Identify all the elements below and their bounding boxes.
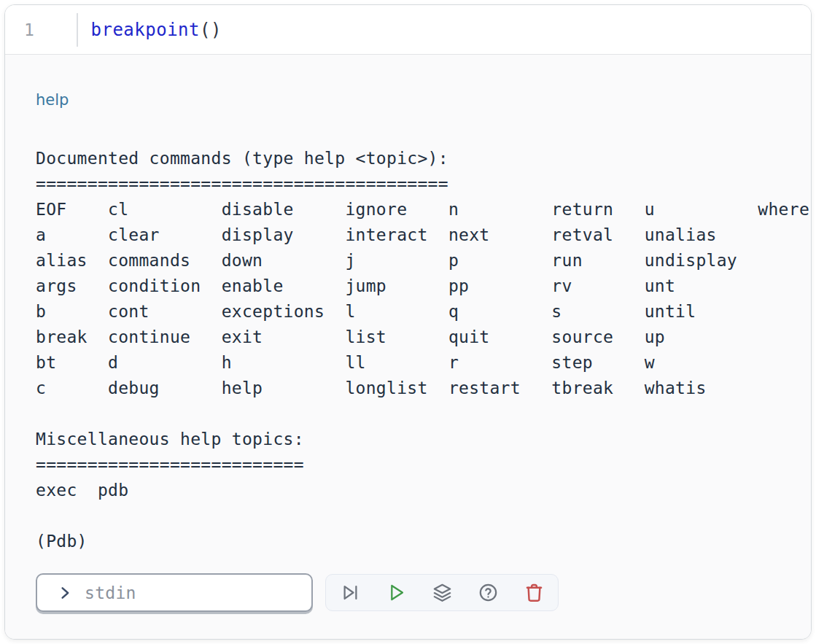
trash-icon xyxy=(524,583,544,602)
help-circle-icon xyxy=(478,583,498,602)
debugger-panel: 1 breakpoint() help Documented commands … xyxy=(4,4,812,640)
code-token-function: breakpoint xyxy=(91,20,201,40)
play-icon xyxy=(386,583,406,602)
line-number-gutter: 1 xyxy=(5,5,77,54)
code-line[interactable]: breakpoint() xyxy=(78,5,222,54)
command-echo: help xyxy=(36,89,789,111)
step-forward-icon xyxy=(341,583,360,602)
layers-icon xyxy=(432,583,452,602)
stack-button[interactable] xyxy=(432,583,452,603)
debug-toolbar xyxy=(325,574,559,611)
help-button[interactable] xyxy=(478,583,498,603)
stdin-box[interactable] xyxy=(36,573,313,612)
run-button[interactable] xyxy=(386,583,406,603)
line-number: 1 xyxy=(24,20,34,39)
pdb-help-output: Documented commands (type help <topic>):… xyxy=(36,146,789,554)
stdin-input[interactable] xyxy=(83,583,287,603)
chevron-right-icon xyxy=(58,586,72,600)
clear-button[interactable] xyxy=(524,583,544,603)
code-token-parens: () xyxy=(200,20,222,40)
step-button[interactable] xyxy=(340,583,360,603)
console-output-area: help Documented commands (type help <top… xyxy=(5,55,811,639)
console-io-row xyxy=(36,573,789,612)
code-editor[interactable]: 1 breakpoint() xyxy=(5,5,811,55)
